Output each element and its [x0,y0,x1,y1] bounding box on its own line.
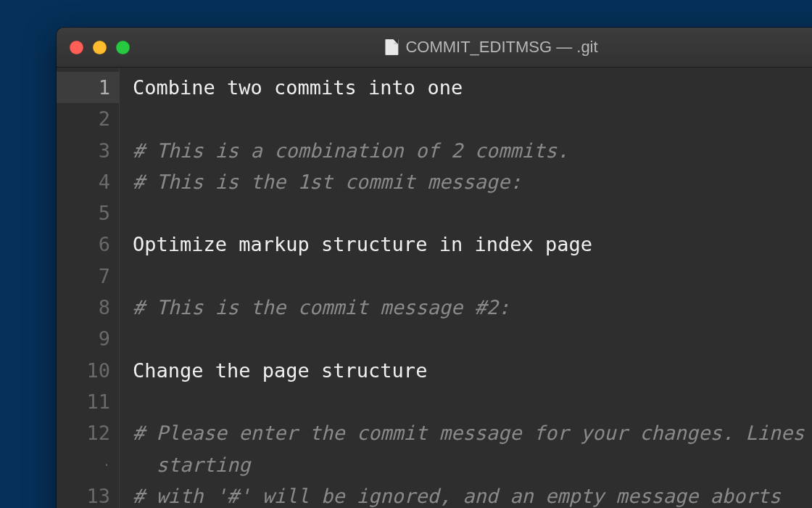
code-text: Combine two commits into one [133,72,463,103]
minimize-icon[interactable] [93,41,107,54]
code-line[interactable]: Change the page structure [133,355,812,386]
line-number[interactable]: 8 [57,292,110,323]
code-line[interactable] [133,103,812,134]
code-line[interactable]: # This is a combination of 2 commits. [133,135,812,166]
code-line[interactable]: # Please enter the commit message for yo… [133,417,812,448]
file-icon [385,39,398,55]
close-icon[interactable] [70,41,83,54]
line-number[interactable]: · [57,449,110,480]
code-line[interactable]: starting [133,449,812,480]
code-text: Optimize markup structure in index page [133,229,592,260]
line-number[interactable]: 1 [57,72,119,103]
code-line[interactable]: # with '#' will be ignored, and an empty… [133,480,812,508]
zoom-icon[interactable] [116,41,130,54]
window-title-text: COMMIT_EDITMSG — .git [405,38,597,57]
editor: 123456789101112·13 Combine two commits i… [57,67,812,508]
code-text: Change the page structure [133,355,427,386]
comment-text: # This is the 1st commit message: [133,166,521,197]
line-number[interactable]: 12 [57,417,110,448]
line-number[interactable]: 4 [57,166,110,197]
line-number[interactable]: 7 [57,261,110,292]
titlebar[interactable]: COMMIT_EDITMSG — .git [57,28,812,67]
code-line[interactable]: Combine two commits into one [133,72,812,103]
line-number[interactable]: 9 [57,323,110,354]
code-line[interactable]: Optimize markup structure in index page [133,229,812,260]
line-number[interactable]: 2 [57,103,110,134]
code-line[interactable]: # This is the commit message #2: [133,292,812,323]
line-number-gutter[interactable]: 123456789101112·13 [57,67,120,508]
comment-text: # Please enter the commit message for yo… [133,417,805,448]
code-area[interactable]: Combine two commits into one# This is a … [120,67,812,508]
traffic-lights [70,41,130,54]
line-number[interactable]: 6 [57,229,110,260]
editor-window: COMMIT_EDITMSG — .git 123456789101112·13… [57,28,812,508]
comment-text: # This is a combination of 2 commits. [133,135,568,166]
comment-text: # This is the commit message #2: [133,292,510,323]
code-line[interactable] [133,323,812,354]
window-title: COMMIT_EDITMSG — .git [385,38,597,57]
line-number[interactable]: 11 [57,386,110,417]
code-line[interactable] [133,386,812,417]
code-line[interactable] [133,197,812,229]
comment-text: # with '#' will be ignored, and an empty… [133,480,781,508]
line-number[interactable]: 3 [57,135,110,166]
line-number[interactable]: 5 [57,197,110,229]
line-number[interactable]: 13 [57,480,110,508]
line-number[interactable]: 10 [57,355,110,386]
code-line[interactable] [133,261,812,292]
code-line[interactable]: # This is the 1st commit message: [133,166,812,197]
comment-text: starting [133,449,251,480]
